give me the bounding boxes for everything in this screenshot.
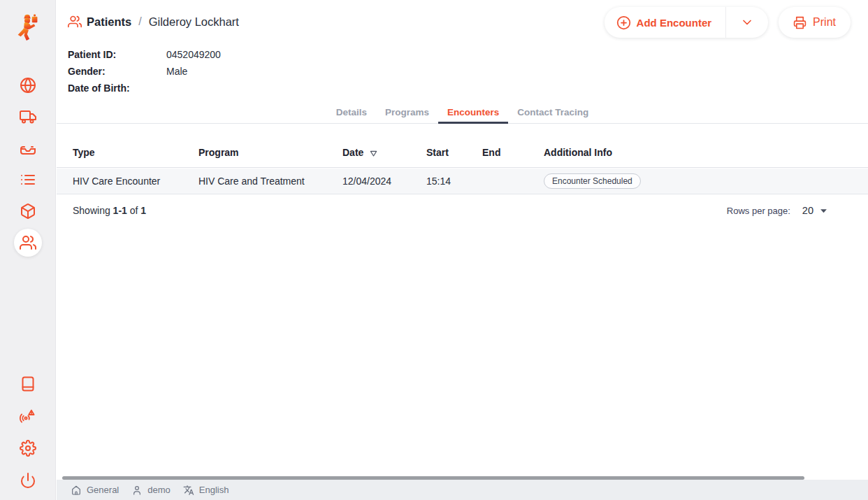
add-encounter-split-button: Add Encounter bbox=[605, 7, 769, 38]
sidebar-item-logout[interactable] bbox=[20, 472, 36, 489]
breadcrumb-separator: / bbox=[136, 15, 143, 28]
header-actions: Add Encounter Print bbox=[605, 7, 851, 38]
rows-per-page-label: Rows per page: bbox=[727, 206, 790, 216]
sidebar-item-dispatch[interactable] bbox=[20, 108, 36, 125]
add-encounter-label: Add Encounter bbox=[637, 17, 712, 29]
cell-date: 12/04/2024 bbox=[342, 176, 426, 187]
cell-additional-info: Encounter Scheduled bbox=[544, 173, 868, 189]
truck-icon bbox=[20, 108, 36, 125]
column-header-additional-info: Additional Info bbox=[544, 147, 868, 158]
users-icon bbox=[20, 234, 36, 251]
sidebar-item-globe[interactable] bbox=[20, 77, 36, 94]
sidebar-footer-nav bbox=[0, 376, 56, 489]
patient-field-row: Gender: Male bbox=[68, 63, 221, 80]
package-icon bbox=[20, 203, 36, 220]
column-header-program: Program bbox=[198, 147, 342, 158]
showing-total: 1 bbox=[140, 205, 146, 216]
showing-count: Showing 1-1 of 1 bbox=[73, 205, 146, 216]
sidebar-item-inbox[interactable] bbox=[20, 140, 36, 157]
plus-circle-icon bbox=[616, 15, 631, 30]
encounter-table-row[interactable]: HIV Care Encounter HIV Care and Treatmen… bbox=[57, 169, 868, 194]
triangle-down-filled-icon bbox=[820, 208, 827, 213]
print-label: Print bbox=[813, 16, 836, 29]
gender-value: Male bbox=[166, 66, 187, 77]
tab-programs[interactable]: Programs bbox=[376, 101, 438, 123]
print-button[interactable]: Print bbox=[779, 7, 851, 38]
chevron-down-icon bbox=[740, 15, 754, 29]
sidebar-item-alerts[interactable] bbox=[20, 408, 36, 424]
rows-per-page: Rows per page: 20 bbox=[727, 205, 827, 216]
dob-label: Date of Birth: bbox=[68, 83, 166, 94]
column-header-date-label: Date bbox=[342, 147, 363, 158]
globe-icon bbox=[20, 77, 36, 94]
status-badge: Encounter Scheduled bbox=[544, 173, 641, 189]
breadcrumb-current-patient: Gilderoy Lockhart bbox=[149, 15, 239, 29]
rows-per-page-select[interactable]: 20 bbox=[802, 205, 827, 216]
tab-contact-tracing[interactable]: Contact Tracing bbox=[508, 101, 598, 123]
footer-bar: General demo English bbox=[57, 480, 868, 500]
sort-button[interactable] bbox=[370, 150, 377, 157]
patient-summary: Patient ID: 0452049200 Gender: Male Date… bbox=[68, 46, 221, 97]
patient-id-label: Patient ID: bbox=[68, 49, 166, 60]
patient-field-row: Patient ID: 0452049200 bbox=[68, 46, 221, 63]
gender-label: Gender: bbox=[68, 66, 166, 77]
printer-icon bbox=[793, 16, 806, 29]
column-header-date: Date bbox=[342, 147, 426, 158]
footer-location-label: General bbox=[87, 485, 119, 495]
footer-user-menu[interactable]: demo bbox=[131, 485, 171, 496]
cell-type: HIV Care Encounter bbox=[73, 176, 198, 187]
sidebar-item-stock[interactable] bbox=[20, 203, 36, 220]
patient-field-row: Date of Birth: bbox=[68, 80, 221, 97]
add-encounter-dropdown-button[interactable] bbox=[726, 7, 768, 38]
column-header-type: Type bbox=[73, 147, 198, 158]
showing-label: Showing bbox=[73, 205, 110, 216]
patient-id-value: 0452049200 bbox=[166, 49, 221, 60]
sidebar-nav bbox=[0, 77, 56, 251]
book-icon bbox=[20, 376, 36, 392]
encounters-table-header: Type Program Date Start End Additional I… bbox=[57, 124, 868, 168]
cell-program: HIV Care and Treatment bbox=[198, 176, 342, 187]
sidebar bbox=[0, 0, 56, 500]
rows-per-page-value: 20 bbox=[802, 205, 813, 216]
sidebar-item-patients[interactable] bbox=[20, 234, 36, 251]
footer-user-label: demo bbox=[147, 485, 171, 495]
power-icon bbox=[20, 472, 36, 489]
main-content: Patients / Gilderoy Lockhart Add Encount… bbox=[57, 0, 868, 500]
footer-language-switcher[interactable]: English bbox=[183, 485, 229, 496]
of-label: of bbox=[130, 205, 138, 216]
app-logo-icon bbox=[12, 10, 44, 46]
footer-language-label: English bbox=[199, 485, 229, 495]
broadcast-alert-icon bbox=[20, 408, 36, 424]
column-header-start: Start bbox=[426, 147, 482, 158]
sidebar-item-lists[interactable] bbox=[20, 171, 36, 188]
sidebar-item-guide[interactable] bbox=[20, 376, 36, 392]
sidebar-item-settings[interactable] bbox=[20, 440, 36, 457]
column-header-end: End bbox=[482, 147, 544, 158]
add-encounter-button[interactable]: Add Encounter bbox=[605, 7, 726, 38]
breadcrumb: Patients / Gilderoy Lockhart bbox=[68, 15, 239, 29]
cell-start: 15:14 bbox=[426, 176, 482, 187]
showing-range: 1-1 bbox=[113, 205, 127, 216]
user-icon bbox=[131, 485, 143, 496]
tab-details[interactable]: Details bbox=[327, 101, 376, 123]
footer-location-switcher[interactable]: General bbox=[71, 485, 119, 496]
tab-encounters[interactable]: Encounters bbox=[438, 101, 508, 123]
patient-tabs: Details Programs Encounters Contact Trac… bbox=[57, 101, 868, 124]
pagination-bar: Showing 1-1 of 1 Rows per page: 20 bbox=[57, 201, 868, 220]
list-icon bbox=[20, 171, 36, 188]
app-window: Patients / Gilderoy Lockhart Add Encount… bbox=[0, 0, 868, 500]
home-icon bbox=[71, 485, 82, 496]
inbox-tray-icon bbox=[20, 140, 36, 157]
breadcrumb-section[interactable]: Patients bbox=[87, 15, 131, 29]
settings-gear-icon bbox=[20, 440, 36, 457]
translate-icon bbox=[183, 485, 194, 496]
users-icon bbox=[68, 15, 82, 29]
triangle-down-outline-icon bbox=[370, 150, 377, 157]
